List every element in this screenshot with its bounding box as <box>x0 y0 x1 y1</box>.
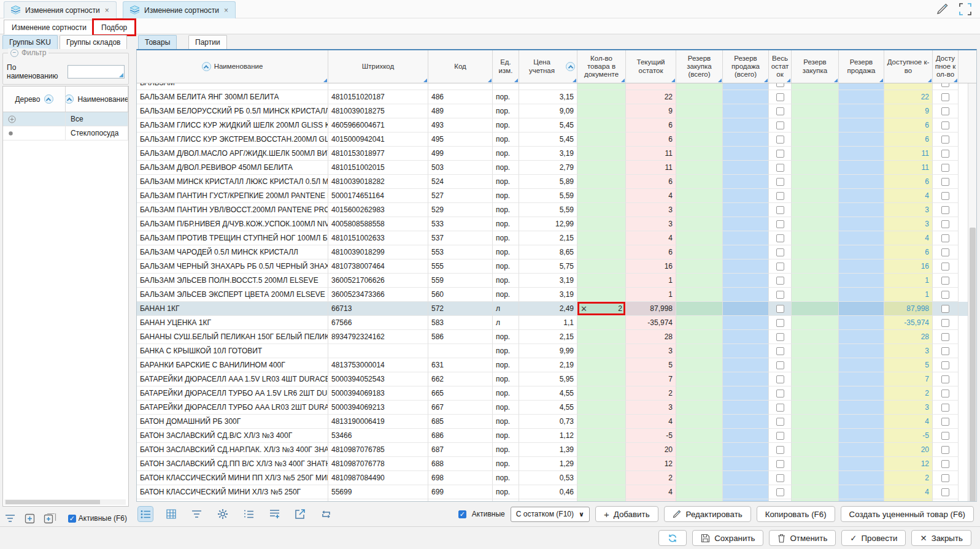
row-checkbox[interactable] <box>941 121 949 129</box>
close-button[interactable]: ✕ Закрыть <box>911 530 971 546</box>
tree-expand-cell[interactable] <box>3 112 66 126</box>
row-checkbox[interactable] <box>941 248 949 256</box>
col-header-unit[interactable]: Ед. изм. <box>493 50 519 83</box>
cell-ac[interactable] <box>933 443 959 457</box>
row-checkbox[interactable] <box>941 107 949 115</box>
col-header-doc[interactable]: Кол-во товара в документе <box>577 50 626 83</box>
cell-whole[interactable] <box>769 415 792 429</box>
row-checkbox[interactable] <box>776 150 784 158</box>
cell-whole[interactable] <box>769 90 792 104</box>
product-row[interactable]: БАТОН ЗАСЛАВСКИЙ СД.В/С ХЛ/З №3 400Г5346… <box>137 429 976 443</box>
filter-icon[interactable] <box>5 514 16 523</box>
cell-whole[interactable] <box>769 485 792 499</box>
row-checkbox[interactable] <box>941 291 949 299</box>
cell-ac[interactable] <box>933 147 959 161</box>
product-row[interactable]: БАЛЬЗАМ ЧЕРНЫЙ ЗНАХАРЬ РБ 0.5Л ЧЕРНЫЙ ЗН… <box>137 259 976 274</box>
row-checkbox[interactable] <box>941 83 949 87</box>
tree-row[interactable]: Все <box>3 112 128 126</box>
cell-whole[interactable] <box>769 302 792 316</box>
cell-whole[interactable] <box>769 457 792 471</box>
tab-groups-sku[interactable]: Группы SKU <box>2 35 58 49</box>
doc-tab-izmenenie-sortnosti[interactable]: Изменение сортности × <box>123 1 236 18</box>
fullscreen-icon[interactable] <box>959 3 971 15</box>
cell-whole[interactable] <box>769 189 792 203</box>
row-checkbox[interactable] <box>941 488 949 496</box>
product-row[interactable]: БАЛЬЗАМ БЕЛИТА ЯНГ 300МЛ БЕЛИТА481015102… <box>137 90 976 104</box>
cell-whole[interactable] <box>769 104 792 118</box>
cell-whole[interactable] <box>769 175 792 189</box>
cell-whole[interactable] <box>769 344 792 358</box>
cell-ac[interactable] <box>933 161 959 175</box>
sub-tab-izmenenie-sortnosti[interactable]: Изменение сортности <box>4 20 95 34</box>
tab-groups-warehouses[interactable]: Группы складов <box>60 35 127 49</box>
row-checkbox[interactable] <box>941 93 949 101</box>
cell-whole[interactable] <box>769 132 792 147</box>
product-row[interactable]: БАТАРЕЙКИ ДЮРАСЕЛЛ AAA 1.5V LR03 4ШТ DUR… <box>137 372 976 386</box>
col-header-rs[interactable]: Резерв продажа <box>839 50 884 83</box>
stock-filter-select[interactable]: С остатком (F10) ∨ <box>511 507 590 522</box>
edit-pencil-icon[interactable] <box>936 3 949 15</box>
cell-whole[interactable] <box>769 330 792 344</box>
cell-ac[interactable] <box>933 132 959 147</box>
filter-icon[interactable] <box>190 507 204 521</box>
product-row[interactable]: БАЛЬЗАМ ПРОТИВ ТРЕЩИН СТУПНЕЙ НОГ 100МЛ … <box>137 231 976 245</box>
edit-button[interactable]: Редактировать <box>664 506 751 522</box>
col-header-rpt[interactable]: Резерв закупка (всего) <box>676 50 723 83</box>
cell-ac[interactable] <box>933 189 959 203</box>
cell-ac[interactable] <box>933 203 959 217</box>
product-row[interactable]: БАЛЬЗАМ ГЛИСС КУР ЭКСТРЕМ.ВОССТАН.200МЛ … <box>137 132 976 147</box>
list-view-icon[interactable] <box>138 507 153 521</box>
sync-icon[interactable] <box>318 507 333 521</box>
product-row[interactable]: БАТОН ЗАСЛАВСКИЙ СД.ПП В/С ХЛ/З №3 400Г … <box>137 457 976 471</box>
product-row[interactable]: БАТОН КЛАССИЧЕСКИЙ МИНИ ХЛ/З №5 250Г5569… <box>137 485 976 499</box>
product-row[interactable]: БАНАНЫ СУШ.БЕЛЫЙ ПЕЛИКАН 150Г БЕЛЫЙ ПЕЛИ… <box>137 330 976 344</box>
doc-tab-izmeneniya-sortnosti[interactable]: Изменения сортности × <box>4 1 117 18</box>
cell-whole[interactable] <box>769 429 792 443</box>
cell-whole[interactable] <box>769 401 792 415</box>
copy-button[interactable]: Копировать (F6) <box>757 506 835 522</box>
row-checkbox[interactable] <box>776 136 784 144</box>
row-checkbox[interactable] <box>941 150 949 158</box>
cell-ac[interactable] <box>933 90 959 104</box>
row-checkbox[interactable] <box>776 248 784 256</box>
col-header-barcode[interactable]: Штрихкод <box>328 50 428 83</box>
row-checkbox[interactable] <box>941 277 949 285</box>
tab-goods[interactable]: Товары <box>138 35 177 49</box>
row-checkbox[interactable] <box>776 263 784 271</box>
row-checkbox[interactable] <box>941 375 949 383</box>
cell-ac[interactable] <box>933 344 959 358</box>
row-checkbox[interactable] <box>941 305 949 313</box>
cell-whole[interactable] <box>769 259 792 274</box>
product-row[interactable]: БАТАРЕЙКИ ДЮРАСЕЛЛ ТУРБО AA 1.5V LR6 2ШТ… <box>137 386 976 401</box>
grid-view-icon[interactable] <box>164 507 179 521</box>
active-checkbox[interactable] <box>458 510 466 518</box>
row-checkbox[interactable] <box>776 107 784 115</box>
cell-whole[interactable] <box>769 203 792 217</box>
cell-ac[interactable] <box>933 118 959 132</box>
cell-whole[interactable] <box>769 358 792 372</box>
cell-ac[interactable] <box>933 457 959 471</box>
row-checkbox[interactable] <box>941 390 949 397</box>
row-checkbox[interactable] <box>941 347 949 355</box>
product-row[interactable]: БАЛЬЗАМ БЕЛОРУССКИЙ РБ 0.5Л МИНСК КРИСТА… <box>137 104 976 118</box>
cell-ac[interactable] <box>933 471 959 485</box>
close-icon[interactable]: × <box>223 6 229 15</box>
add-line-icon[interactable] <box>267 507 282 521</box>
cell-ac[interactable] <box>933 245 959 259</box>
product-row[interactable]: БАЛЬЗАМ ЭЛЬСЕВ ЭКСПЕРТ ЦВЕТА 200МЛ ELSEV… <box>137 288 976 302</box>
row-checkbox[interactable] <box>776 234 784 242</box>
product-row[interactable]: БАТОН ЗАСЛАВСКИЙ СД.НАР.ПАК. ХЛ/З №3 400… <box>137 443 976 457</box>
row-checkbox[interactable] <box>776 446 784 454</box>
row-checkbox[interactable] <box>776 305 784 313</box>
col-header-name[interactable]: Наименование <box>137 50 328 83</box>
product-row[interactable]: БАЛЬЗАМ Д/ВОЛ.РЕВИВОР 450МЛ БЕЛИТА481015… <box>137 161 976 175</box>
row-checkbox[interactable] <box>941 192 949 200</box>
row-checkbox[interactable] <box>941 404 949 412</box>
row-checkbox[interactable] <box>776 319 784 327</box>
save-button[interactable]: Сохранить <box>692 530 763 546</box>
row-checkbox[interactable] <box>776 333 784 341</box>
cell-whole[interactable] <box>769 274 792 288</box>
row-checkbox[interactable] <box>776 404 784 412</box>
grid-vertical-scrollbar[interactable] <box>968 83 976 501</box>
row-checkbox[interactable] <box>776 432 784 440</box>
